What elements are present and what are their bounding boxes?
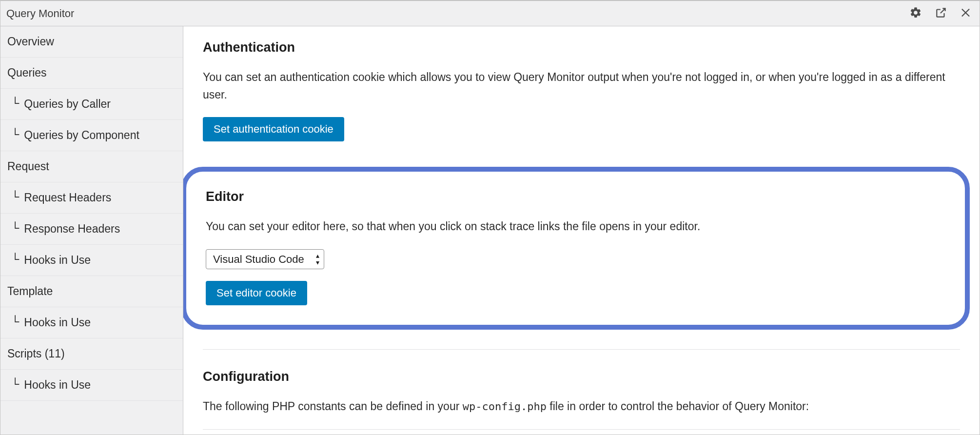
sidebar-item-queries-by-component[interactable]: Queries by Component: [0, 120, 183, 151]
settings-icon[interactable]: [909, 6, 922, 21]
authentication-body: You can set an authentication cookie whi…: [203, 69, 960, 103]
editor-body: You can set your editor here, so that wh…: [206, 218, 945, 236]
sidebar-item-response-headers[interactable]: Response Headers: [0, 214, 183, 245]
authentication-heading: Authentication: [203, 40, 960, 55]
editor-heading: Editor: [206, 189, 945, 204]
configuration-heading: Configuration: [203, 369, 960, 384]
titlebar-actions: [909, 6, 973, 21]
sidebar-item-queries-by-caller[interactable]: Queries by Caller: [0, 89, 183, 120]
panel-body: OverviewQueriesQueries by CallerQueries …: [0, 26, 980, 435]
editor-select-wrap: Visual Studio Code ▴▾: [206, 249, 324, 269]
configuration-body-pre: The following PHP constants can be defin…: [203, 400, 463, 413]
popout-icon[interactable]: [935, 6, 947, 21]
sidebar-item-hooks-in-use[interactable]: Hooks in Use: [0, 245, 183, 276]
sidebar-item-request-headers[interactable]: Request Headers: [0, 182, 183, 214]
divider: [203, 349, 960, 350]
sidebar-item-scripts-11[interactable]: Scripts (11): [0, 338, 183, 370]
set-editor-cookie-button[interactable]: Set editor cookie: [206, 281, 307, 305]
sidebar-item-hooks-in-use[interactable]: Hooks in Use: [0, 307, 183, 338]
configuration-body-code: wp-config.php: [463, 400, 547, 413]
query-monitor-panel: Query Monitor OverviewQueriesQueries by …: [0, 0, 980, 435]
sidebar-item-hooks-in-use[interactable]: Hooks in Use: [0, 370, 183, 401]
sidebar: OverviewQueriesQueries by CallerQueries …: [0, 26, 183, 435]
editor-select[interactable]: Visual Studio Code: [206, 249, 324, 269]
close-icon[interactable]: [960, 6, 973, 21]
section-editor: Editor You can set your editor here, so …: [206, 189, 945, 305]
section-authentication: Authentication You can set an authentica…: [203, 40, 960, 141]
editor-highlight-box: Editor You can set your editor here, so …: [183, 167, 970, 330]
sidebar-item-queries[interactable]: Queries: [0, 58, 183, 89]
section-configuration: Configuration The following PHP constant…: [203, 369, 960, 430]
sidebar-item-overview[interactable]: Overview: [0, 26, 183, 58]
panel-title: Query Monitor: [6, 7, 74, 20]
configuration-body-post: file in order to control the behavior of…: [547, 400, 809, 413]
configuration-body: The following PHP constants can be defin…: [203, 398, 960, 415]
titlebar: Query Monitor: [0, 0, 980, 26]
sidebar-item-request[interactable]: Request: [0, 151, 183, 182]
sidebar-item-template[interactable]: Template: [0, 276, 183, 307]
set-authentication-cookie-button[interactable]: Set authentication cookie: [203, 117, 344, 141]
divider: [203, 429, 960, 430]
content: Authentication You can set an authentica…: [183, 26, 980, 435]
